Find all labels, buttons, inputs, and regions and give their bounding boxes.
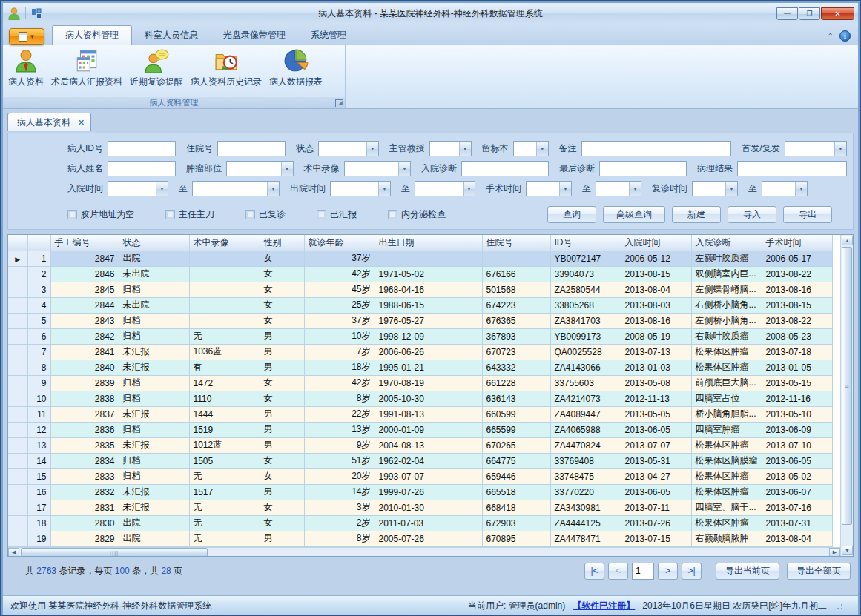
table-row[interactable]: 142834归档1505女51岁1962-02-0466477533769408… [8, 453, 832, 468]
cell-就诊年龄[interactable]: 51岁 [304, 453, 375, 468]
cell-术中录像[interactable]: 无 [189, 328, 260, 344]
combo-dropdown-icon[interactable]: ▼ [536, 142, 548, 156]
filter-combo-至[interactable]: ▼ [596, 181, 641, 196]
row-selector-cell[interactable] [8, 484, 27, 500]
cell-出生日期[interactable]: 2011-07-03 [375, 515, 482, 531]
cell-性别[interactable]: 女 [260, 391, 304, 406]
cell-入院诊断[interactable]: 双侧脑室内巨... [691, 266, 762, 282]
checkbox-胶片地址为空[interactable]: 胶片地址为空 [67, 208, 134, 221]
cell-出生日期[interactable]: 1970-08-19 [375, 375, 482, 391]
cell-状态[interactable]: 归档 [119, 282, 189, 297]
cell-手术时间[interactable]: 2013-08-15 [762, 297, 832, 313]
cell-就诊年龄[interactable]: 37岁 [304, 251, 375, 266]
cell-ID号[interactable]: YB0072147 [550, 251, 621, 266]
cell-入院诊断[interactable]: 松果体区肿瘤 [691, 360, 762, 375]
cell-出生日期[interactable]: 2005-07-26 [375, 531, 482, 546]
cell-性别[interactable]: 男 [260, 531, 304, 546]
cell-性别[interactable]: 男 [260, 484, 304, 500]
cell-性别[interactable]: 女 [260, 266, 304, 282]
cell-ID号[interactable]: 33904073 [550, 266, 621, 282]
table-row[interactable]: 92839归档1472女42岁1970-08-19661228337556032… [8, 375, 832, 391]
cell-性别[interactable]: 女 [260, 282, 304, 297]
checkbox-已复诊[interactable]: 已复诊 [245, 208, 286, 221]
cell-就诊年龄[interactable]: 10岁 [304, 328, 375, 344]
cell-住院号[interactable] [482, 251, 550, 266]
filter-combo-留标本[interactable]: ▼ [513, 141, 549, 156]
row-selector-cell[interactable] [8, 437, 27, 453]
cell-术中录像[interactable]: 有 [189, 360, 260, 375]
table-row[interactable]: 162832未汇报1517男14岁1999-07-266655183377022… [8, 484, 832, 500]
cell-就诊年龄[interactable]: 14岁 [304, 484, 375, 500]
column-header-ID号[interactable]: ID号 [550, 235, 621, 251]
vertical-scroll-thumb[interactable]: ≡ [842, 247, 852, 525]
column-header-住院号[interactable]: 住院号 [482, 235, 550, 251]
cell-住院号[interactable]: 676365 [482, 313, 550, 328]
combo-dropdown-icon[interactable]: ▼ [378, 182, 390, 196]
filter-combo-状态[interactable]: ▼ [318, 141, 379, 156]
cell-就诊年龄[interactable]: 20岁 [304, 468, 375, 484]
cell-手术时间[interactable]: 2013-05-02 [762, 468, 832, 484]
cell-出生日期[interactable]: 2004-08-13 [375, 437, 482, 453]
last-page-button[interactable]: >| [682, 563, 702, 580]
cell-就诊年龄[interactable]: 42岁 [304, 375, 375, 391]
cell-就诊年龄[interactable]: 8岁 [304, 391, 375, 406]
cell-就诊年龄[interactable]: 37岁 [304, 313, 375, 328]
cell-入院时间[interactable]: 2013-06-05 [621, 484, 691, 500]
cell-ID号[interactable]: ZA4470824 [550, 437, 621, 453]
cell-入院时间[interactable]: 2013-07-26 [621, 515, 691, 531]
cell-出生日期[interactable]: 1993-07-07 [375, 468, 482, 484]
action-button-导出[interactable]: 导出 [783, 206, 832, 223]
row-selector-cell[interactable] [8, 391, 27, 406]
checkbox-box-icon[interactable] [388, 210, 397, 219]
row-selector-cell[interactable] [8, 375, 27, 391]
ribbon-tab-4[interactable]: 系统管理 [298, 26, 359, 45]
ribbon-button-病人资料[interactable]: 病人资料 [4, 47, 47, 96]
table-row[interactable]: 42844未出院女25岁1988-06-15674223338052682013… [8, 297, 832, 313]
cell-手术时间[interactable]: 2013-07-31 [762, 515, 832, 531]
cell-性别[interactable]: 女 [260, 500, 304, 515]
cell-手术时间[interactable]: 2013-07-16 [762, 500, 832, 515]
cell-出生日期[interactable]: 1971-05-02 [375, 266, 482, 282]
row-selector-cell[interactable] [8, 297, 27, 313]
cell-手术时间[interactable]: 2013-08-22 [762, 313, 832, 328]
column-header-术中录像[interactable]: 术中录像 [189, 235, 260, 251]
table-row[interactable]: 132835未汇报1012蓝男9岁2004-08-13670265ZA44708… [8, 437, 832, 453]
filter-combo-入院时间[interactable]: ▼ [108, 181, 168, 196]
cell-术中录像[interactable]: 1505 [189, 453, 260, 468]
cell-手工编号[interactable]: 2843 [50, 313, 119, 328]
dialog-launcher-icon[interactable]: ◢ [335, 99, 343, 107]
cell-手工编号[interactable]: 2844 [50, 297, 119, 313]
ribbon-tab-3[interactable]: 光盘录像带管理 [211, 26, 298, 45]
cell-入院诊断[interactable]: 右额颞脑脓肿 [691, 531, 762, 546]
combo-dropdown-icon[interactable]: ▼ [366, 142, 378, 156]
close-button[interactable]: ✕ [821, 7, 854, 20]
cell-入院时间[interactable]: 2013-08-16 [621, 313, 691, 328]
cell-住院号[interactable]: 674223 [482, 297, 550, 313]
cell-术中录像[interactable] [189, 282, 260, 297]
combo-dropdown-icon[interactable]: ▼ [398, 162, 410, 176]
row-selector-cell[interactable] [8, 282, 27, 297]
cell-出生日期[interactable]: 1991-08-13 [375, 406, 482, 422]
checkbox-内分泌检查[interactable]: 内分泌检查 [388, 208, 446, 221]
cell-住院号[interactable]: 672903 [482, 515, 550, 531]
resize-grip[interactable] [834, 601, 843, 610]
cell-入院时间[interactable]: 2013-08-03 [621, 297, 691, 313]
cell-手工编号[interactable]: 2833 [50, 468, 119, 484]
column-header-入院诊断[interactable]: 入院诊断 [691, 235, 762, 251]
cell-入院时间[interactable]: 2013-05-08 [621, 375, 691, 391]
table-row[interactable]: 112837未汇报1444男22岁1991-08-13660599ZA40894… [8, 406, 832, 422]
tab-patient-basic-info[interactable]: 病人基本资料 ✕ [7, 113, 91, 131]
combo-dropdown-icon[interactable]: ▼ [281, 162, 293, 176]
cell-就诊年龄[interactable]: 25岁 [304, 297, 375, 313]
row-selector-cell[interactable] [8, 531, 27, 546]
filter-combo-至[interactable]: ▼ [192, 181, 280, 196]
cell-就诊年龄[interactable]: 13岁 [304, 422, 375, 437]
cell-住院号[interactable]: 501568 [482, 282, 550, 297]
cell-住院号[interactable]: 664775 [482, 453, 550, 468]
filter-input-病理结果[interactable] [737, 161, 847, 176]
column-header-出生日期[interactable]: 出生日期 [375, 235, 482, 251]
filter-combo-主管教授[interactable]: ▼ [429, 141, 472, 156]
cell-状态[interactable]: 归档 [119, 328, 189, 344]
cell-术中录像[interactable]: 1517 [189, 484, 260, 500]
scroll-down-icon[interactable]: ▼ [842, 546, 853, 555]
